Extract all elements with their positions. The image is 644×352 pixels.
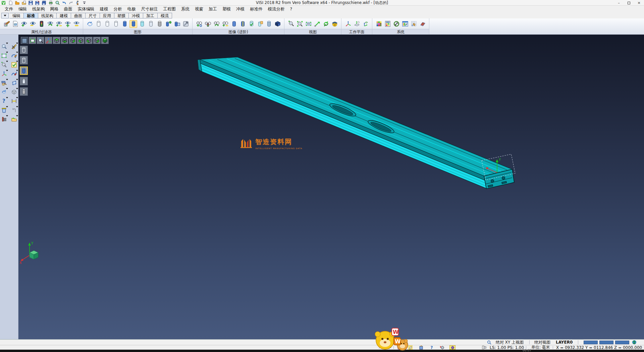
system-settings-icon[interactable] <box>392 20 400 28</box>
color-swatch-3[interactable] <box>615 341 629 344</box>
strip-layer-outline-1[interactable] <box>20 46 28 54</box>
workplane-move-icon[interactable] <box>362 20 369 28</box>
menu-drawing[interactable]: 工程图 <box>161 6 179 12</box>
edit-delete-icon[interactable] <box>10 43 18 50</box>
menu-edit[interactable]: 编辑 <box>16 6 30 12</box>
image-page-icon[interactable] <box>11 20 19 28</box>
status-workplane-icon[interactable] <box>449 345 455 350</box>
menu-file[interactable]: 文件 <box>2 6 16 12</box>
help-icon[interactable]: ? <box>0 98 8 104</box>
view-bottom-button[interactable] <box>61 37 68 44</box>
undo-back-icon[interactable] <box>10 107 18 114</box>
view-back-button[interactable] <box>93 37 101 44</box>
menu-flow-analysis[interactable]: 模流分析 <box>265 6 287 12</box>
clamp-tool-icon[interactable] <box>0 116 8 123</box>
color-swatch-1[interactable] <box>584 341 598 344</box>
strip-layer-blue-active[interactable] <box>20 67 28 75</box>
status-cube-flag-icon[interactable] <box>439 345 445 350</box>
save-as-icon[interactable] <box>35 1 40 5</box>
zoom-plus-minus-icon[interactable] <box>287 20 295 28</box>
body-hatch-icon[interactable] <box>265 20 273 28</box>
zoom-dynamic-button[interactable] <box>37 37 44 44</box>
save-icon[interactable] <box>28 1 33 5</box>
print-icon[interactable] <box>48 1 53 5</box>
redo-icon[interactable] <box>68 1 73 5</box>
modify-attributes-icon[interactable] <box>3 20 10 28</box>
maximize-button[interactable] <box>624 0 634 6</box>
open-part-icon[interactable] <box>10 116 18 123</box>
layer-outline-1-icon[interactable] <box>95 20 102 28</box>
status-tool-icon[interactable] <box>418 345 424 350</box>
menu-standard-parts[interactable]: 标准件 <box>247 6 265 12</box>
zoom-window-icon[interactable] <box>296 20 304 28</box>
zoom-extents-icon[interactable] <box>0 61 8 68</box>
search-icon[interactable] <box>487 340 491 345</box>
show-plus-minus-icon[interactable] <box>55 20 63 28</box>
layer-cyan-icon[interactable] <box>138 20 146 28</box>
globe-icon[interactable] <box>632 340 637 345</box>
dialog-settings-icon[interactable] <box>401 20 409 28</box>
menu-progress[interactable]: 冲模 <box>233 6 247 12</box>
3d-viewport[interactable]: Y Y X <box>18 35 644 339</box>
layer-outline-3-icon[interactable] <box>112 20 120 28</box>
graphics-tools-icon[interactable] <box>182 20 190 28</box>
tab-wireframe[interactable]: 线架构 <box>38 13 57 18</box>
status-split-icon[interactable] <box>481 345 487 350</box>
quickbar-dropdown-icon[interactable] <box>82 1 87 5</box>
menu-solid-edit[interactable]: 实体编辑 <box>75 6 97 12</box>
menu-system[interactable]: 系统 <box>178 6 192 12</box>
import-file-icon[interactable] <box>21 1 26 5</box>
close-button[interactable]: × <box>634 0 644 6</box>
status-help-icon[interactable]: ? <box>429 345 435 350</box>
strip-layer-hatch[interactable] <box>20 87 28 96</box>
new-file-icon[interactable] <box>8 1 13 5</box>
toolbar-dropdown-button[interactable] <box>1 13 9 18</box>
tab-application[interactable]: 应用 <box>100 13 114 18</box>
material-grid-icon[interactable] <box>419 20 426 28</box>
menu-help[interactable]: ? <box>287 6 295 12</box>
view-top-button[interactable] <box>53 37 60 44</box>
show-remove-icon[interactable] <box>29 20 37 28</box>
bodies-traffic-icon[interactable] <box>204 20 212 28</box>
grid-select-icon[interactable] <box>410 20 418 28</box>
open-file-icon[interactable] <box>15 1 19 5</box>
layer-hatch-icon[interactable] <box>156 20 163 28</box>
view-front-button[interactable] <box>85 37 93 44</box>
layer-copy-icon[interactable] <box>173 20 181 28</box>
menu-surface[interactable]: 曲面 <box>61 6 75 12</box>
tab-mold[interactable]: 塑膜 <box>114 13 129 18</box>
move-axes-icon[interactable] <box>0 71 8 77</box>
view-right-button[interactable] <box>69 37 76 44</box>
view-refresh-icon[interactable] <box>322 20 330 28</box>
view-arrow-icon[interactable] <box>313 20 321 28</box>
tab-flow[interactable]: 模流 <box>158 13 172 18</box>
refresh-view-icon[interactable] <box>0 89 8 95</box>
bodies-refresh-icon[interactable] <box>213 20 220 28</box>
menu-mesh[interactable]: 网格 <box>48 6 61 12</box>
measure-distance-icon[interactable] <box>10 98 18 104</box>
viewport-menu-button[interactable] <box>21 37 28 44</box>
show-add-icon[interactable] <box>20 20 28 28</box>
body-copy-icon[interactable] <box>256 20 264 28</box>
print-preview-icon[interactable] <box>55 1 60 5</box>
view-left-button[interactable] <box>77 37 85 44</box>
workplane-plane-icon[interactable] <box>353 20 361 28</box>
undo-icon[interactable] <box>62 1 66 5</box>
tab-die[interactable]: 冲模 <box>129 13 143 18</box>
bodies-add-icon[interactable] <box>195 20 203 28</box>
shaded-cube-icon[interactable] <box>10 89 18 95</box>
zoom-search-icon[interactable] <box>0 43 8 50</box>
bodies-plus-minus-icon[interactable] <box>221 20 229 28</box>
status-layer[interactable]: LAYER0 <box>556 340 573 345</box>
status-view-mode[interactable]: 绝对 XY 上视图 <box>496 340 524 345</box>
menu-wireframe[interactable]: 线架构 <box>30 6 48 12</box>
color-swatch-2[interactable] <box>599 341 613 344</box>
body-check-icon[interactable] <box>248 20 255 28</box>
confirm-checkbox-icon[interactable] <box>10 61 18 68</box>
menu-analysis[interactable]: 分析 <box>111 6 125 12</box>
workplane-axes-icon[interactable] <box>344 20 352 28</box>
rail-side-face[interactable] <box>201 63 486 188</box>
sketch-pencil-icon[interactable] <box>10 52 18 59</box>
tab-edit[interactable]: 编辑 <box>9 13 24 18</box>
menu-machining[interactable]: 加工 <box>206 6 220 12</box>
